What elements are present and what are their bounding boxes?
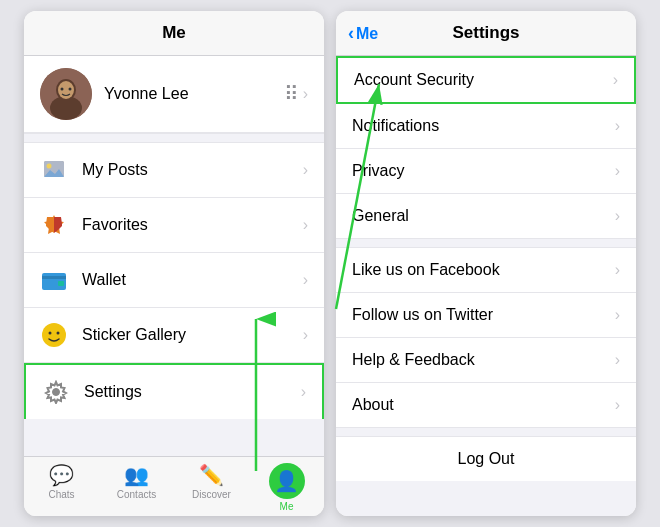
- wallet-icon: [40, 266, 68, 294]
- profile-chevron: ›: [303, 85, 308, 103]
- settings-item-privacy[interactable]: Privacy ›: [336, 149, 636, 194]
- me-tab-label: Me: [280, 501, 294, 512]
- privacy-label: Privacy: [352, 162, 615, 180]
- settings-header: ‹ Me Settings: [336, 11, 636, 56]
- svg-point-3: [58, 81, 74, 99]
- wallet-chevron: ›: [303, 271, 308, 289]
- me-tab-icon: 👤: [274, 469, 299, 493]
- menu-item-sticker-gallery[interactable]: Sticker Gallery ›: [24, 308, 324, 363]
- profile-name: Yvonne Lee: [104, 85, 284, 103]
- tab-discover[interactable]: ✏️ Discover: [174, 463, 249, 512]
- back-chevron-icon: ‹: [348, 23, 354, 44]
- back-button[interactable]: ‹ Me: [348, 23, 378, 44]
- twitter-chevron: ›: [615, 306, 620, 324]
- privacy-chevron: ›: [615, 162, 620, 180]
- about-label: About: [352, 396, 615, 414]
- settings-header-title: Settings: [452, 23, 519, 42]
- tab-contacts[interactable]: 👥 Contacts: [99, 463, 174, 512]
- avatar: [40, 68, 92, 120]
- settings-item-general[interactable]: General ›: [336, 194, 636, 238]
- favorites-label: Favorites: [82, 216, 303, 234]
- left-screen: Me Yvonne Lee ⠿ ›: [24, 11, 324, 516]
- menu-item-my-posts[interactable]: My Posts ›: [24, 143, 324, 198]
- sticker-gallery-chevron: ›: [303, 326, 308, 344]
- help-chevron: ›: [615, 351, 620, 369]
- settings-label: Settings: [84, 383, 301, 401]
- chats-tab-label: Chats: [48, 489, 74, 500]
- svg-rect-14: [42, 276, 66, 279]
- svg-point-18: [57, 332, 60, 335]
- sticker-gallery-icon: [40, 321, 68, 349]
- wallet-label: Wallet: [82, 271, 303, 289]
- my-posts-chevron: ›: [303, 161, 308, 179]
- settings-group-1: Account Security › Notifications › Priva…: [336, 56, 636, 238]
- settings-content: Account Security › Notifications › Priva…: [336, 56, 636, 516]
- settings-icon: [42, 378, 70, 406]
- settings-item-notifications[interactable]: Notifications ›: [336, 104, 636, 149]
- svg-point-16: [42, 323, 66, 347]
- facebook-chevron: ›: [615, 261, 620, 279]
- log-out-label: Log Out: [458, 450, 515, 467]
- chats-tab-icon: 💬: [49, 463, 74, 487]
- menu-item-settings[interactable]: Settings ›: [24, 363, 324, 419]
- log-out-button[interactable]: Log Out: [336, 437, 636, 481]
- general-label: General: [352, 207, 615, 225]
- my-posts-label: My Posts: [82, 161, 303, 179]
- settings-item-account-security[interactable]: Account Security ›: [336, 56, 636, 104]
- facebook-label: Like us on Facebook: [352, 261, 615, 279]
- me-tab-circle: 👤: [269, 463, 305, 499]
- account-security-label: Account Security: [354, 71, 613, 89]
- notifications-label: Notifications: [352, 117, 615, 135]
- sticker-gallery-label: Sticker Gallery: [82, 326, 303, 344]
- about-chevron: ›: [615, 396, 620, 414]
- settings-item-about[interactable]: About ›: [336, 383, 636, 427]
- contacts-tab-label: Contacts: [117, 489, 156, 500]
- discover-tab-label: Discover: [192, 489, 231, 500]
- profile-row[interactable]: Yvonne Lee ⠿ ›: [24, 56, 324, 133]
- qr-icon: ⠿: [284, 82, 299, 106]
- twitter-label: Follow us on Twitter: [352, 306, 615, 324]
- svg-point-17: [49, 332, 52, 335]
- favorites-chevron: ›: [303, 216, 308, 234]
- svg-point-19: [53, 389, 60, 396]
- general-chevron: ›: [615, 207, 620, 225]
- menu-item-wallet[interactable]: Wallet ›: [24, 253, 324, 308]
- svg-point-9: [47, 164, 52, 169]
- tab-bar: 💬 Chats 👥 Contacts ✏️ Discover 👤 Me: [24, 456, 324, 516]
- empty-space: [24, 419, 324, 456]
- svg-point-2: [50, 96, 82, 120]
- section-divider-1: [24, 133, 324, 143]
- left-screen-header: Me: [24, 11, 324, 56]
- svg-point-4: [61, 88, 64, 91]
- discover-tab-icon: ✏️: [199, 463, 224, 487]
- contacts-tab-icon: 👥: [124, 463, 149, 487]
- settings-item-facebook[interactable]: Like us on Facebook ›: [336, 248, 636, 293]
- settings-section-gap: [336, 238, 636, 248]
- menu-item-favorites[interactable]: Favorites ›: [24, 198, 324, 253]
- right-screen: ‹ Me Settings Account Security › Notific…: [336, 11, 636, 516]
- svg-point-5: [69, 88, 72, 91]
- settings-section-gap-2: [336, 427, 636, 437]
- settings-group-2: Like us on Facebook › Follow us on Twitt…: [336, 248, 636, 427]
- help-label: Help & Feedback: [352, 351, 615, 369]
- settings-item-twitter[interactable]: Follow us on Twitter ›: [336, 293, 636, 338]
- tab-chats[interactable]: 💬 Chats: [24, 463, 99, 512]
- favorites-icon: [40, 211, 68, 239]
- account-security-chevron: ›: [613, 71, 618, 89]
- menu-list: My Posts › Favorites ›: [24, 143, 324, 419]
- my-posts-icon: [40, 156, 68, 184]
- left-header-title: Me: [162, 23, 186, 42]
- settings-chevron: ›: [301, 383, 306, 401]
- back-label: Me: [356, 24, 378, 42]
- tab-me[interactable]: 👤 Me: [249, 463, 324, 512]
- svg-rect-15: [58, 281, 64, 286]
- settings-item-help[interactable]: Help & Feedback ›: [336, 338, 636, 383]
- notifications-chevron: ›: [615, 117, 620, 135]
